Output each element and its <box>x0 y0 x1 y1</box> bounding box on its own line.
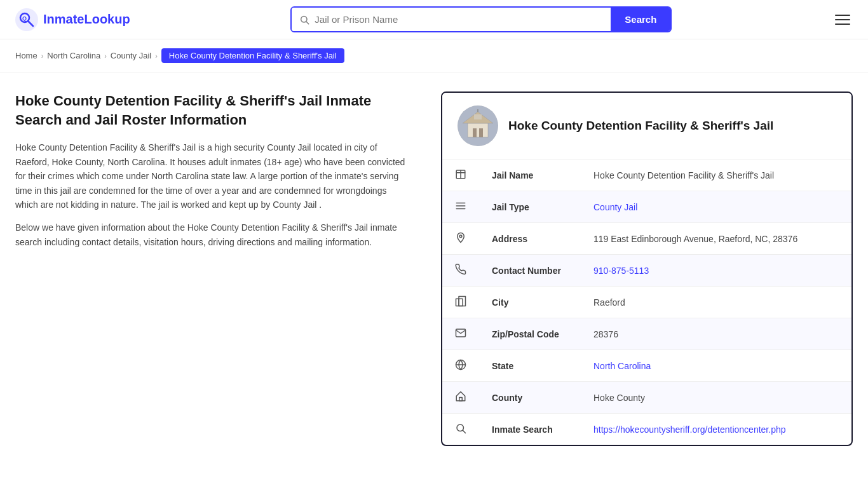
breadcrumb-sep-2: › <box>104 52 107 60</box>
search-input-wrap <box>292 8 611 31</box>
logo-link[interactable]: Q InmateLookup <box>15 8 130 31</box>
logo-text: InmateLookup <box>43 12 130 27</box>
row-value[interactable]: County Jail <box>581 191 851 223</box>
table-row: StateNorth Carolina <box>442 350 851 382</box>
breadcrumb-home[interactable]: Home <box>15 51 37 60</box>
table-row: Address119 East Edinborough Avenue, Raef… <box>442 223 851 255</box>
menu-button[interactable] <box>832 12 853 27</box>
table-row: Inmate Searchhttps://hokecountysheriff.o… <box>442 414 851 445</box>
breadcrumb-current: Hoke County Detention Facility & Sheriff… <box>161 48 344 63</box>
row-label: State <box>479 350 581 382</box>
right-panel: Hoke County Detention Facility & Sheriff… <box>441 92 853 446</box>
hamburger-line-3 <box>835 24 850 25</box>
table-row: CityRaeford <box>442 287 851 318</box>
row-value[interactable]: 910-875-5113 <box>581 255 851 287</box>
info-table: Jail NameHoke County Detention Facility … <box>442 159 851 445</box>
svg-rect-26 <box>459 398 463 401</box>
svg-rect-8 <box>473 128 477 137</box>
row-label: Jail Name <box>479 159 581 191</box>
facility-name-heading: Hoke County Detention Facility & Sheriff… <box>508 119 773 133</box>
breadcrumb-state[interactable]: North Carolina <box>47 51 100 60</box>
row-value: Raeford <box>581 287 851 318</box>
svg-line-28 <box>463 430 465 433</box>
row-label: Jail Type <box>479 191 581 223</box>
zip-icon <box>442 318 479 350</box>
county-icon <box>442 382 479 414</box>
row-link[interactable]: County Jail <box>593 202 637 212</box>
row-label: County <box>479 382 581 414</box>
logo-icon: Q <box>15 8 38 31</box>
row-value: Hoke County Detention Facility & Sheriff… <box>581 159 851 191</box>
svg-rect-9 <box>479 128 483 137</box>
svg-rect-7 <box>468 123 488 137</box>
city-icon <box>442 287 479 318</box>
table-row: Zip/Postal Code28376 <box>442 318 851 350</box>
facility-avatar-image <box>458 105 498 146</box>
row-link[interactable]: https://hokecountysheriff.org/detentionc… <box>593 424 786 435</box>
breadcrumb-sep-3: › <box>155 52 158 60</box>
row-value: Hoke County <box>581 382 851 414</box>
type-icon <box>442 191 479 223</box>
search-input[interactable] <box>315 14 603 25</box>
breadcrumb-type[interactable]: County Jail <box>111 51 151 60</box>
search-wrapper: Search <box>290 6 672 32</box>
row-value: 28376 <box>581 318 851 350</box>
facility-avatar <box>458 105 498 146</box>
hamburger-line-1 <box>835 15 850 16</box>
page-title: Hoke County Detention Facility & Sheriff… <box>15 92 409 129</box>
svg-line-5 <box>306 22 309 24</box>
logo-suffix: Lookup <box>84 12 130 26</box>
svg-text:Q: Q <box>22 15 27 22</box>
table-row: Contact Number910-875-5113 <box>442 255 851 287</box>
info-card: Hoke County Detention Facility & Sheriff… <box>441 92 853 446</box>
description-2: Below we have given information about th… <box>15 220 409 249</box>
phone-icon <box>442 255 479 287</box>
row-label: Address <box>479 223 581 255</box>
row-label: City <box>479 287 581 318</box>
search-button[interactable]: Search <box>611 8 670 31</box>
search-icon <box>442 414 479 445</box>
state-icon <box>442 350 479 382</box>
hamburger-line-2 <box>835 19 850 20</box>
site-header: Q InmateLookup Search <box>0 0 868 39</box>
row-label: Inmate Search <box>479 414 581 445</box>
description-1: Hoke County Detention Facility & Sheriff… <box>15 140 409 212</box>
row-link[interactable]: North Carolina <box>593 361 651 371</box>
location-icon <box>442 223 479 255</box>
search-area: Search <box>290 6 672 32</box>
row-value[interactable]: North Carolina <box>581 350 851 382</box>
row-value[interactable]: https://hokecountysheriff.org/detentionc… <box>581 414 851 445</box>
row-label: Zip/Postal Code <box>479 318 581 350</box>
table-row: Jail TypeCounty Jail <box>442 191 851 223</box>
jail-icon <box>442 159 479 191</box>
svg-marker-25 <box>456 392 465 401</box>
svg-rect-11 <box>474 114 482 119</box>
main-content: Hoke County Detention Facility & Sheriff… <box>0 72 868 465</box>
row-link[interactable]: 910-875-5113 <box>593 266 649 276</box>
row-label: Contact Number <box>479 255 581 287</box>
svg-point-19 <box>459 235 462 238</box>
breadcrumb: Home › North Carolina › County Jail › Ho… <box>0 39 868 72</box>
table-row: CountyHoke County <box>442 382 851 414</box>
table-row: Jail NameHoke County Detention Facility … <box>442 159 851 191</box>
left-panel: Hoke County Detention Facility & Sheriff… <box>15 92 422 446</box>
breadcrumb-sep-1: › <box>41 52 44 60</box>
search-icon <box>299 15 309 25</box>
row-value: 119 East Edinborough Avenue, Raeford, NC… <box>581 223 851 255</box>
logo-prefix: Inmate <box>43 12 84 26</box>
info-card-header: Hoke County Detention Facility & Sheriff… <box>442 93 851 159</box>
